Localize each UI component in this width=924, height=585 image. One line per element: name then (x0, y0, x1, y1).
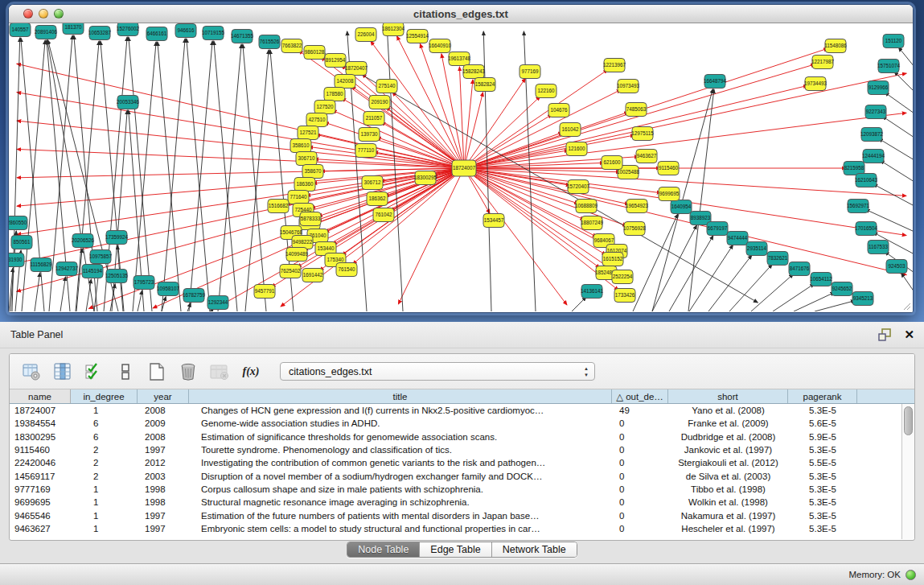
graph-node[interactable]: 924503 (886, 260, 907, 274)
graph-node[interactable]: 16782759 (183, 289, 206, 303)
graph-node[interactable]: 12942737 (55, 262, 79, 276)
graph-node[interactable]: 12217987 (811, 56, 835, 69)
select-columns-icon[interactable] (84, 361, 105, 382)
graph-edge[interactable] (689, 245, 733, 311)
graph-edge[interactable] (815, 301, 855, 311)
graph-node[interactable]: 18720407 (345, 62, 368, 76)
graph-node[interactable]: 161042 (560, 123, 581, 137)
graph-edge[interactable] (76, 249, 82, 311)
graph-node[interactable]: 1582824 (474, 78, 495, 92)
table-vertical-scrollbar[interactable] (901, 404, 914, 539)
graph-node[interactable]: 6679197 (707, 222, 728, 236)
graph-node[interactable]: 5878333 (300, 212, 321, 226)
graph-node[interactable]: 142008 (335, 75, 355, 89)
graph-edge[interactable] (459, 67, 464, 168)
graph-node[interactable]: 1292344 (207, 296, 228, 310)
graph-node[interactable]: 181370 (63, 23, 84, 35)
graph-node[interactable]: 9474444 (727, 232, 748, 245)
graph-node[interactable]: 7625402 (280, 265, 301, 278)
graph-edge[interactable] (729, 264, 772, 311)
graph-node[interactable]: 275140 (376, 80, 397, 93)
graph-node[interactable]: 850561 (11, 236, 32, 249)
graph-node[interactable]: 18300295 (414, 171, 437, 185)
graph-node[interactable]: 9860128 (304, 46, 325, 60)
graph-node[interactable]: 151120 (883, 35, 904, 48)
graph-edge[interactable] (464, 168, 567, 305)
graph-node[interactable]: 306710 (296, 152, 317, 166)
graph-node[interactable]: 8215958 (844, 162, 864, 175)
table-settings-icon[interactable] (21, 361, 42, 382)
graph-node[interactable]: 14671355 (231, 30, 254, 43)
table-row[interactable]: 1938455462009Genome-wide association stu… (10, 417, 901, 430)
graph-node[interactable]: 9463627 (636, 150, 657, 163)
graph-node[interactable]: 10756928 (623, 222, 647, 236)
graph-node[interactable]: 1534457 (483, 214, 504, 228)
column-header-short[interactable]: short (668, 389, 788, 403)
graph-node[interactable]: 7615526 (259, 35, 280, 49)
graph-node[interactable]: 2522254 (612, 270, 633, 284)
graph-node[interactable]: 18724007 (452, 160, 476, 176)
graph-node[interactable]: 10653287 (88, 27, 112, 40)
graph-node[interactable]: 9129966 (868, 81, 889, 95)
graph-node[interactable]: 15276002 (117, 23, 140, 36)
close-panel-icon[interactable]: ✕ (904, 328, 914, 342)
table-select-dropdown[interactable]: citations_edges.txt ▲▼ (280, 362, 595, 381)
graph-node[interactable]: 14136141 (581, 285, 604, 299)
graph-node[interactable]: 777110 (355, 144, 376, 158)
float-panel-icon[interactable] (877, 328, 893, 342)
graph-node[interactable]: 10975857 (89, 250, 113, 264)
graph-edge[interactable] (880, 160, 913, 182)
graph-edge[interactable] (245, 50, 269, 311)
graph-node[interactable]: 7663822 (281, 39, 302, 53)
graph-node[interactable]: 16648794 (704, 75, 727, 89)
graph-edge[interactable] (898, 47, 913, 67)
scrollbar-thumb[interactable] (904, 406, 913, 435)
network-window-titlebar[interactable]: citations_edges.txt (9, 5, 913, 23)
tab-edge-table[interactable]: Edge Table (420, 542, 491, 557)
graph-node[interactable]: 771640 (288, 191, 309, 204)
graph-node[interactable]: 1691442 (302, 269, 323, 282)
graph-node[interactable]: 977169 (519, 65, 540, 79)
graph-node[interactable]: 19734493 (804, 77, 827, 91)
graph-edge[interactable] (464, 73, 906, 168)
column-header-pagerank[interactable]: pagerank (788, 389, 857, 403)
graph-edge[interactable] (708, 255, 752, 311)
graph-node[interactable]: 127520 (314, 101, 335, 114)
table-row[interactable]: 2242004622012Investigating the contribut… (10, 456, 901, 469)
graph-node[interactable]: 9457791 (254, 285, 275, 299)
graph-edge[interactable] (894, 72, 913, 92)
table-column-icon[interactable] (52, 361, 73, 382)
graph-node[interactable]: 127521 (298, 126, 318, 140)
graph-edge[interactable] (464, 80, 473, 168)
graph-node[interactable]: 10654112 (810, 273, 832, 286)
graph-node[interactable]: 7832621 (767, 252, 788, 266)
graph-edge[interactable] (332, 110, 464, 168)
graph-node[interactable]: 209190 (369, 96, 390, 109)
graph-node[interactable]: 358610 (290, 139, 311, 153)
column-header-name[interactable]: name (10, 389, 71, 403)
graph-node[interactable]: 306712 (362, 176, 383, 190)
graph-edge[interactable] (882, 117, 913, 138)
graph-node[interactable]: 15720407 (567, 180, 590, 194)
graph-edge[interactable] (751, 274, 794, 311)
graph-node[interactable]: 15751074 (877, 60, 901, 73)
table-row[interactable]: 911546021997Tourette syndrome. Phenomeno… (10, 443, 901, 456)
graph-node[interactable]: 19613748 (448, 52, 471, 66)
graph-node[interactable]: 16640910 (429, 39, 452, 53)
graph-node[interactable]: 20206526 (72, 234, 95, 248)
graph-node[interactable]: 10973493 (617, 80, 640, 93)
graph-edge[interactable] (17, 168, 464, 178)
column-header-out_de[interactable]: △ out_de… (612, 389, 668, 403)
network-window[interactable]: citations_edges.txt 14055720891406181370… (8, 4, 914, 313)
import-table-disabled-icon[interactable] (209, 361, 230, 382)
graph-node[interactable]: 226004 (355, 28, 376, 42)
graph-edge[interactable] (86, 279, 91, 311)
graph-node[interactable]: 12505135 (105, 270, 129, 283)
table-row[interactable]: 1830029562008Estimation of significance … (10, 431, 901, 443)
graph-edge[interactable] (794, 292, 835, 311)
graph-node[interactable]: 11548086 (824, 39, 847, 53)
graph-node[interactable]: 1733426 (614, 289, 635, 303)
graph-edge[interactable] (688, 89, 714, 311)
graph-edge[interactable] (773, 284, 815, 311)
graph-node[interactable]: 761042 (373, 208, 394, 222)
